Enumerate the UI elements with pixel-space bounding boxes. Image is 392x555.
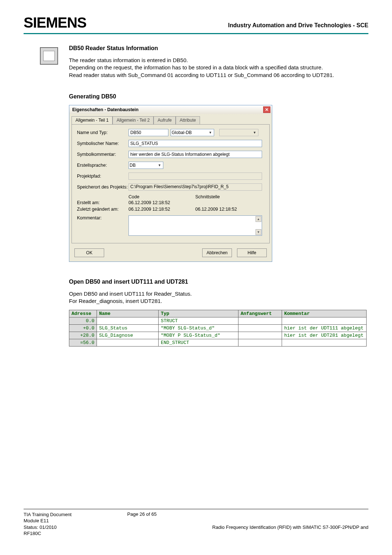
chevron-down-icon: ▼ <box>157 163 162 167</box>
cell-init <box>238 325 282 332</box>
cell-init <box>238 339 282 347</box>
tab-general-1[interactable]: Allgemein - Teil 1 <box>72 116 113 124</box>
cell-name <box>97 317 159 325</box>
col-header-code: Code <box>128 194 195 199</box>
lang-value: DB <box>130 163 136 168</box>
label-modified: Zuletzt geändert am: <box>77 207 128 212</box>
label-projloc: Speicherort des Projekts: <box>77 185 128 190</box>
lang-select[interactable]: DB ▼ <box>128 162 163 169</box>
cell-type: "MOBY SLG-Status_d" <box>159 325 238 332</box>
text-line: Depending on the request, the informatio… <box>69 64 368 71</box>
col-header-iface: Schnittstelle <box>195 194 220 199</box>
header-subtitle: Industry Automation and Drive Technologi… <box>228 22 368 31</box>
cell-init <box>238 317 282 325</box>
section-db50-info: DB50 Reader Status Information The reade… <box>69 45 368 79</box>
col-adresse: Adresse <box>69 310 97 317</box>
cell-type: STRUCT <box>159 317 238 325</box>
col-name: Name <box>97 310 159 317</box>
dialog-title: Eigenschaften - Datenbaustein <box>72 107 139 112</box>
heading-generating-db50: Generating DB50 <box>69 93 368 100</box>
cell-init <box>238 332 282 339</box>
cell-comment: hier ist der UDT281 abgelegt <box>282 332 367 339</box>
cell-addr: +28.0 <box>69 332 97 339</box>
projpath-field <box>128 173 262 180</box>
text-line: The reader status information is entered… <box>69 57 368 64</box>
table-header-row: Adresse Name Typ Anfangswert Kommentar <box>69 310 367 317</box>
footer-status: Status: 01/2010 <box>24 524 72 531</box>
col-anfangswert: Anfangswert <box>238 310 282 317</box>
cell-type: "MOBY P SLG-Status_d" <box>159 332 238 339</box>
text-line: Read reader status with Sub_Command 01 a… <box>69 72 368 79</box>
db50-struct-table: Adresse Name Typ Anfangswert Kommentar 0… <box>69 310 367 347</box>
footer-page-number: Page 26 of 65 <box>127 511 157 517</box>
dialog-panel: Name und Typ: Global-DB ▼ ▼ Symbolischer… <box>72 124 270 243</box>
col-typ: Typ <box>159 310 238 317</box>
cell-name: SLG_Diagnose <box>97 332 159 339</box>
cell-addr: 0.0 <box>69 317 97 325</box>
symname-field[interactable] <box>128 140 262 147</box>
scroll-down-icon[interactable]: ▼ <box>256 229 261 235</box>
label-name-type: Name und Typ: <box>77 130 128 135</box>
heading-open-db50: Open DB50 and insert UDT111 and UDT281 <box>69 279 368 285</box>
cell-name: SLG_Status <box>97 325 159 332</box>
footer-subject: Radio Frequency Identification (RFID) wi… <box>212 524 368 531</box>
projloc-field: C:\Program Files\Siemens\Step7\s7proj\RF… <box>128 183 262 191</box>
label-symname: Symbolischer Name: <box>77 141 128 146</box>
table-row[interactable]: +28.0SLG_Diagnose"MOBY P SLG-Status_d"hi… <box>69 332 367 339</box>
symcomment-field[interactable] <box>128 151 262 158</box>
monitor-icon <box>40 47 58 65</box>
close-icon[interactable]: ✕ <box>263 106 270 113</box>
footer-module: Module E11 <box>24 518 72 524</box>
cell-comment <box>282 317 367 325</box>
tab-attributes[interactable]: Attribute <box>176 116 200 124</box>
scroll-up-icon[interactable]: ▲ <box>256 216 261 222</box>
name-field[interactable] <box>128 129 168 136</box>
cell-comment <box>282 339 367 347</box>
dbtype-select[interactable]: Global-DB ▼ <box>171 129 214 136</box>
secondary-select: ▼ <box>219 129 258 136</box>
cell-comment: hier ist der UDT111 abgelegt <box>282 325 367 332</box>
footer-doc-title: TIA Training Document <box>24 511 72 518</box>
tab-general-2[interactable]: Allgemein - Teil 2 <box>113 116 154 124</box>
label-lang: Erstellsprache: <box>77 163 128 168</box>
footer-device: RF180C <box>24 530 72 537</box>
label-symcomment: Symbolkommentar: <box>77 152 128 157</box>
ok-button[interactable]: OK <box>74 248 104 257</box>
cell-addr: +0.0 <box>69 325 97 332</box>
cancel-button[interactable]: Abbrechen <box>202 248 232 257</box>
table-row[interactable]: =56.0END_STRUCT <box>69 339 367 347</box>
cell-name <box>97 339 159 347</box>
cell-type: END_STRUCT <box>159 339 238 347</box>
text-line: Open DB50 and insert UDT111 for Reader_S… <box>69 290 368 297</box>
text-line: For Reader_diagnosis, insert UDT281. <box>69 297 368 305</box>
heading-db50-info: DB50 Reader Status Information <box>69 45 368 52</box>
dbtype-value: Global-DB <box>172 130 192 135</box>
label-comment: Kommentar: <box>77 215 128 220</box>
col-kommentar: Kommentar <box>282 310 367 317</box>
properties-dialog: Eigenschaften - Datenbaustein ✕ Allgemei… <box>69 105 272 262</box>
created-code: 06.12.2009 12:18:52 <box>128 200 195 205</box>
table-row[interactable]: +0.0SLG_Status"MOBY SLG-Status_d"hier is… <box>69 325 367 332</box>
page-header: SIEMENS Industry Automation and Drive Te… <box>0 0 392 31</box>
table-row[interactable]: 0.0STRUCT <box>69 317 367 325</box>
page-footer: TIA Training Document Module E11 Status:… <box>24 509 368 537</box>
dialog-tabs: Allgemein - Teil 1 Allgemein - Teil 2 Au… <box>69 114 272 124</box>
cell-addr: =56.0 <box>69 339 97 347</box>
label-created: Erstellt am: <box>77 200 128 205</box>
chevron-down-icon: ▼ <box>208 131 213 134</box>
brand-logo: SIEMENS <box>24 15 86 31</box>
modified-code: 06.12.2009 12:18:52 <box>128 207 195 212</box>
modified-iface: 06.12.2009 12:18:52 <box>195 207 237 212</box>
comment-textarea[interactable]: ▲ ▼ <box>128 215 262 236</box>
dialog-titlebar[interactable]: Eigenschaften - Datenbaustein ✕ <box>69 105 272 114</box>
chevron-down-icon: ▼ <box>252 131 257 134</box>
help-button[interactable]: Hilfe <box>237 248 267 257</box>
label-projpath: Projektpfad: <box>77 174 128 179</box>
tab-calls[interactable]: Aufrufe <box>154 116 176 124</box>
